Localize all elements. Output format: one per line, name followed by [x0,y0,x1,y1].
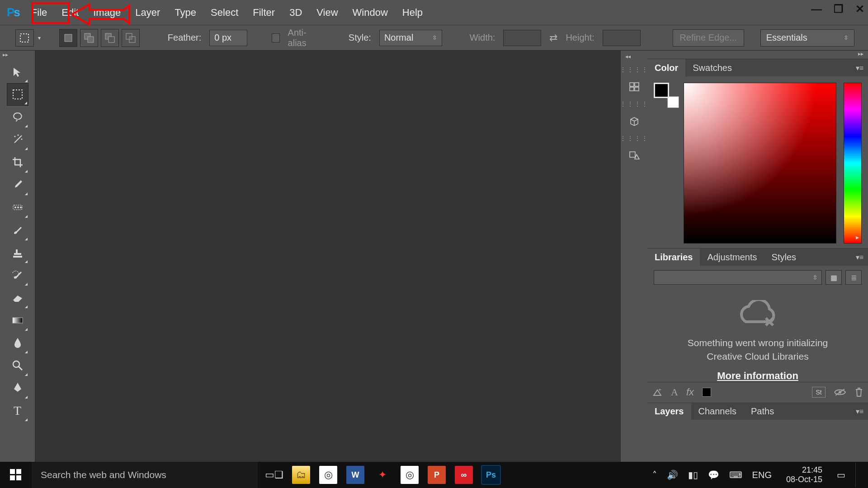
style-dropdown[interactable]: Normal [379,30,442,46]
menu-help[interactable]: Help [395,0,430,25]
history-panel-icon[interactable] [625,78,643,96]
tab-color[interactable]: Color [647,59,685,76]
properties-panel-icon[interactable] [625,146,643,164]
word-icon[interactable]: W [346,466,364,484]
workspace-dropdown[interactable]: Essentials [760,29,854,47]
tab-libraries[interactable]: Libraries [647,249,700,266]
tool-preset-picker[interactable] [15,29,34,47]
photoshop-taskbar-icon[interactable]: Ps [482,466,500,484]
messages-icon[interactable]: 💬 [708,469,719,480]
chrome-icon-2[interactable]: ◎ [401,466,419,484]
lasso-tool[interactable] [7,106,28,128]
panel-stack: ▸▸ Color Swatches ▾≡ ▸ [647,51,868,462]
panel-collapse-handle[interactable]: ◂◂ [621,53,631,61]
refine-edge-button[interactable]: Refine Edge... [673,29,744,47]
menu-window[interactable]: Window [345,0,395,25]
tab-paths[interactable]: Paths [744,403,781,420]
healing-brush-tool[interactable] [7,196,28,219]
toolbox-collapse-handle[interactable]: ▸▸ [0,51,35,59]
add-text-icon[interactable]: A [671,386,678,398]
menu-layer[interactable]: Layer [128,0,167,25]
eyedropper-tool[interactable] [7,174,28,196]
fg-bg-swatch[interactable] [654,83,676,105]
options-bar: Feather: Anti-alias Style: Normal Width:… [0,25,868,51]
chrome-icon[interactable]: ◎ [319,466,337,484]
hue-slider[interactable] [844,83,862,244]
app-icon[interactable]: ✦ [373,466,392,484]
maximize-icon[interactable]: ❐ [834,3,844,15]
file-explorer-icon[interactable]: 🗂 [292,466,310,484]
language-indicator[interactable]: ENG [752,470,772,480]
right-dock: ◂◂ ⋮⋮⋮⋮ ⋮⋮⋮⋮ ⋮⋮⋮⋮ ▸▸ Color Swatches ▾≡ [620,51,868,462]
menu-select[interactable]: Select [203,0,245,25]
color-spectrum[interactable] [684,83,836,244]
show-desktop-button[interactable] [855,463,862,487]
feather-input[interactable] [209,30,247,46]
eraser-tool[interactable] [7,286,28,309]
antialias-checkbox[interactable] [272,33,280,42]
tab-styles[interactable]: Styles [764,249,803,266]
pen-tool[interactable] [7,377,28,399]
marquee-tool[interactable] [7,83,28,106]
foreground-color-swatch[interactable] [654,83,669,98]
stock-icon[interactable]: St [812,387,826,398]
add-style-icon[interactable]: + [652,387,663,397]
panel-menu-icon[interactable]: ▾≡ [851,253,868,262]
brush-tool[interactable] [7,219,28,241]
volume-icon[interactable]: 🔊 [667,469,678,480]
menu-file[interactable]: File [24,0,54,25]
3d-panel-icon[interactable] [625,112,643,130]
subtract-selection-button[interactable] [101,29,119,47]
visibility-icon[interactable] [834,388,846,396]
history-brush-tool[interactable] [7,264,28,286]
panel-expand-handle[interactable]: ▸▸ [647,51,868,59]
close-icon[interactable]: ✕ [855,3,864,15]
task-view-button[interactable]: ▭❏ [265,466,283,484]
keyboard-icon[interactable]: ⌨ [729,469,742,480]
move-tool[interactable] [7,61,28,83]
start-button[interactable] [0,462,32,488]
menu-3d[interactable]: 3D [282,0,309,25]
clone-stamp-tool[interactable] [7,241,28,264]
swap-dimensions-icon[interactable]: ⇄ [549,32,557,44]
fill-swatch-icon[interactable] [702,388,711,397]
action-center-icon[interactable]: ▭ [837,469,845,480]
fx-icon[interactable]: fx [686,386,694,398]
menu-edit[interactable]: Edit [54,0,86,25]
taskbar-clock[interactable]: 21:45 08-Oct-15 [782,465,827,484]
minimize-icon[interactable]: — [811,3,822,15]
tab-swatches[interactable]: Swatches [685,59,739,76]
panel-menu-icon[interactable]: ▾≡ [851,64,868,72]
creative-cloud-icon[interactable]: ∞ [455,466,473,484]
crop-tool[interactable] [7,151,28,174]
svg-rect-18 [13,318,23,323]
trash-icon[interactable] [854,387,863,397]
panel-menu-icon[interactable]: ▾≡ [851,407,868,416]
new-selection-button[interactable] [59,29,77,47]
panel-grip-icon: ⋮⋮⋮⋮ [620,66,649,73]
tab-layers[interactable]: Layers [647,403,691,420]
library-dropdown[interactable]: ⇳ [654,270,822,285]
gradient-tool[interactable] [7,309,28,332]
selection-mode-group [59,29,140,47]
blur-tool[interactable] [7,332,28,354]
tab-adjustments[interactable]: Adjustments [700,249,764,266]
intersect-selection-button[interactable] [122,29,140,47]
type-tool[interactable]: T [7,399,28,422]
battery-icon[interactable]: ▮▯ [688,469,698,480]
zoom-tool[interactable] [7,354,28,377]
add-selection-button[interactable] [80,29,98,47]
svg-rect-6 [108,37,114,42]
magic-wand-tool[interactable] [7,128,28,151]
tab-channels[interactable]: Channels [691,403,744,420]
more-information-link[interactable]: More information [717,370,798,382]
menu-view[interactable]: View [309,0,345,25]
taskbar-search-input[interactable]: Search the web and Windows [32,462,258,488]
menu-type[interactable]: Type [167,0,203,25]
menu-filter[interactable]: Filter [245,0,282,25]
tray-overflow-icon[interactable]: ˄ [652,469,657,480]
grid-view-button[interactable]: ▦ [826,270,842,285]
list-view-button[interactable]: ≣ [845,270,862,285]
powerpoint-icon[interactable]: P [428,466,446,484]
menu-image[interactable]: Image [86,0,128,25]
